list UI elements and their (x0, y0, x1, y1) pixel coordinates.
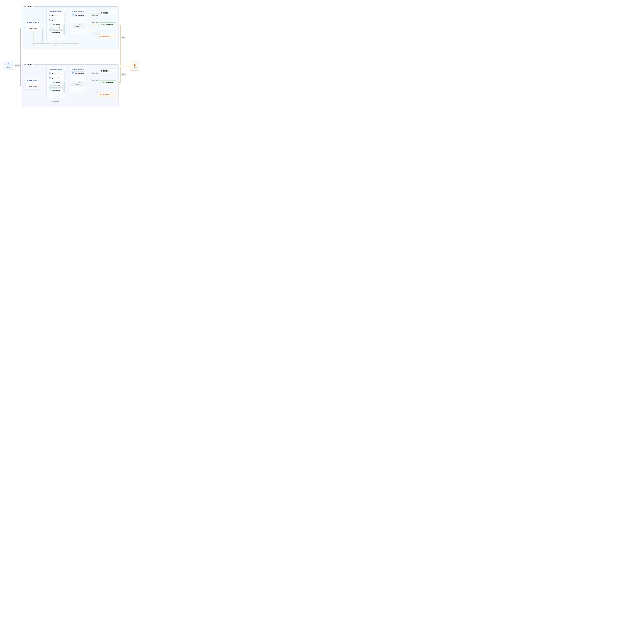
cp-load-balancing-b: CP Load Balancing (99, 80, 116, 85)
app-b-card-b: Application B (48, 76, 65, 80)
svg-rect-23 (101, 83, 101, 83)
svg-point-8 (101, 12, 102, 13)
gateway-b-label: API7 Gateway (28, 86, 38, 87)
svg-line-12 (101, 24, 101, 25)
admin-actor: Admin (130, 62, 139, 71)
svg-point-18 (73, 83, 73, 83)
svg-point-19 (73, 84, 74, 84)
dp-cluster-a-title: API7 DP Cluster A (26, 20, 40, 23)
prometheus-b: Prometheus (99, 92, 116, 97)
database-postgresql-b: Database PostgreSQL (99, 69, 116, 73)
cp-cluster-a-title: API7 CP Cluster A (70, 9, 86, 12)
cp-cluster-b: API7 CP Cluster B API7 Dashboard API7 DP… (70, 67, 86, 93)
ctrl-flow-b2: control flow (91, 79, 99, 81)
request-label: request (15, 64, 20, 67)
dp-cluster-b: API7 DP Cluster B API7 Gateway (26, 78, 40, 90)
dc-a-title: Data Center A (23, 6, 33, 7)
svg-rect-11 (101, 25, 101, 26)
cp-cluster-a: API7 CP Cluster A API7 Dashboard API7 DP… (70, 9, 86, 35)
gateway-a-label: API7 Gateway (28, 28, 38, 29)
cloud-app-b-b: Application B (49, 88, 64, 92)
cp-load-balancing-a: CP Load Balancing (99, 22, 116, 27)
prometheus-a: Prometheus (99, 34, 116, 39)
ctrl-flow-a3: control flow (75, 24, 83, 26)
cloud-app-a: Application A (49, 26, 64, 30)
database-postgresql-a: Database PostgreSQL (99, 11, 116, 15)
svg-rect-3 (72, 15, 74, 16)
svg-line-24 (101, 82, 101, 83)
cloud-app-b: Application B (49, 30, 64, 34)
dp-cluster-b-title: API7 DP Cluster B (26, 78, 40, 81)
cloud-services-a-title: Cloud Services (49, 24, 64, 25)
ctrl-flow-a1: control flow (91, 14, 99, 16)
app-layer-a: Application Layer Application A Applicat… (46, 9, 66, 40)
ctrl-flow-b4: control flow (51, 103, 59, 105)
svg-point-1 (134, 64, 135, 65)
admin-label: Admin (133, 67, 137, 69)
app-a-card: Application A (48, 13, 65, 17)
dc-b-title: Data Center B (23, 63, 33, 65)
ctrl-flow-a2: control flow (91, 21, 99, 23)
report-a2: report metrics (51, 43, 60, 45)
svg-line-13 (101, 24, 102, 25)
app-a-card-b: Application A (48, 71, 65, 75)
svg-point-6 (73, 25, 73, 25)
user-label: User (7, 66, 10, 68)
api7-dashboard-b: API7 Dashboard (71, 71, 85, 75)
svg-rect-21 (101, 82, 101, 83)
app-layer-b-title: Application Layer (46, 67, 66, 70)
ctrl-flow-b1: control flow (91, 72, 99, 74)
report-a1: report metrics (91, 33, 100, 35)
report-b2: report metrics (51, 101, 60, 103)
dp-cluster-a: API7 DP Cluster A API7 Gateway (26, 20, 40, 32)
svg-rect-22 (101, 82, 102, 83)
svg-rect-9 (101, 24, 101, 25)
ctrl-flow-a4: control flow (51, 45, 59, 47)
cloud-app-a-b: Application A (49, 84, 64, 88)
api7-dashboard-a: API7 Dashboard (71, 14, 85, 17)
svg-rect-10 (101, 24, 102, 25)
cloud-services-b-title: Cloud Services (49, 82, 64, 83)
backup-label: backup (121, 73, 127, 76)
user-actor: User (4, 61, 13, 70)
report-b1: report metrics (91, 91, 100, 93)
app-layer-a-title: Application Layer (46, 9, 66, 12)
cp-cluster-b-title: API7 CP Cluster B (70, 67, 86, 70)
app-layer-b: Application Layer Application A Applicat… (46, 67, 66, 98)
app-b-card: Application B (48, 18, 65, 22)
svg-point-2 (135, 65, 136, 66)
ctrl-flow-b3: control flow (75, 82, 83, 84)
svg-point-0 (8, 63, 9, 64)
svg-point-7 (73, 26, 74, 26)
svg-point-20 (101, 70, 102, 71)
active-label: active (121, 36, 126, 39)
svg-line-25 (101, 82, 102, 83)
